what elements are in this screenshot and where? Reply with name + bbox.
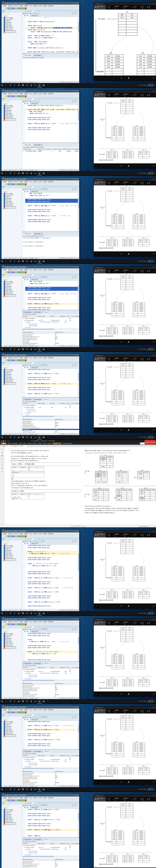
menu-실행[interactable]: 실행(R)	[24, 709, 29, 711]
run-toolbar-icon[interactable]: ▶	[23, 188, 24, 190]
run-toolbar-icon[interactable]: ◉	[30, 628, 31, 630]
plan-row[interactable]: ⊟▪INDEXIDX_EMPIDX_EMONORANGE SCAN12361	[22, 321, 79, 323]
toolbar-icon[interactable]: ↷	[15, 359, 17, 361]
menu-편집[interactable]: 편집(E)	[8, 5, 12, 7]
connection-combo[interactable]: 🛢로컬-sqlDB▾	[69, 364, 79, 366]
plan-hscrollbar[interactable]	[22, 329, 79, 330]
ime-mode[interactable]: A	[146, 85, 146, 86]
run-toolbar-icon[interactable]: 🖉	[36, 804, 37, 806]
see-all-photos-button[interactable]: ▦모든 사진 보기	[94, 93, 106, 97]
close-icon[interactable]: ✕	[77, 619, 78, 620]
worksheet-doc-tab[interactable]: ▦로컬-sqlDB-1×	[22, 362, 34, 364]
previous-photo-icon[interactable]: ←	[113, 341, 114, 343]
toolbar-icon[interactable]: ◉	[17, 711, 19, 713]
photos-button-1[interactable]: ⌕확대/축소	[112, 93, 121, 97]
results-tab-0[interactable]: 스크립트 출력×	[23, 311, 33, 313]
results-tab-0[interactable]: 스크립트 출력×	[23, 838, 33, 841]
tray-expand-icon[interactable]: ∧	[138, 173, 139, 174]
toolbar-icon[interactable]: ▣	[8, 711, 9, 713]
menu-도움말[interactable]: 도움말(H)	[48, 181, 53, 182]
close-icon[interactable]: ✕	[154, 355, 155, 356]
maximize-icon[interactable]: ☐	[75, 354, 76, 356]
photos-button-3[interactable]: ✎그리기	[131, 533, 139, 537]
tree-item-로컬-model[interactable]: ⊞로컬-Model	[2, 197, 22, 199]
network-icon[interactable]: ⎚	[142, 85, 143, 86]
toolbar-icon[interactable]: ◉	[17, 271, 19, 273]
close-icon[interactable]: ×	[41, 839, 42, 840]
menu-실행[interactable]: 실행(R)	[24, 797, 29, 799]
toolbar-icon[interactable]: ▣	[8, 799, 9, 801]
close-icon[interactable]: ×	[31, 751, 32, 752]
photos-titlebar[interactable]: 9-11.png - 사진 ─☐✕	[94, 707, 156, 709]
taskbar-clock[interactable]: 오후 2:482017-12-15	[147, 84, 153, 87]
connection-combo[interactable]: 🛢로컬-sqlDB▾	[69, 188, 79, 190]
tree-item-로컬-model[interactable]: ⊞로컬-Model	[2, 22, 22, 24]
menu-편집[interactable]: 편집(E)	[8, 797, 12, 799]
pin-icon[interactable]: 📌	[23, 236, 25, 237]
photos-button-3[interactable]: ✎그리기	[131, 181, 139, 185]
connection-combo[interactable]: 🛢로컬-sqlDB▾	[69, 276, 79, 278]
taskbar-icon-app-green[interactable]: ▣	[29, 171, 33, 175]
tree-item-접속[interactable]: ▾⌹접속	[2, 807, 22, 809]
taskbar-icon-edge[interactable]: e	[12, 611, 16, 615]
tree-item-데이터베이스-스키마[interactable]: ⊞데이터베이스 스키마	[2, 824, 22, 825]
menu-도구[interactable]: 도구(T)	[38, 797, 42, 799]
photos-button-0[interactable]: ⤤공유	[106, 533, 112, 537]
run-toolbar-icon[interactable]: ⌫	[33, 188, 35, 190]
taskbar-icon-sqldev[interactable]: ▶	[37, 171, 42, 175]
close-icon[interactable]: ×	[31, 233, 32, 235]
plan-row[interactable]: ⊟▪TABLE ACCESSEMP_IDXBY INDEX ROWID20500	[22, 758, 79, 761]
menu-창[interactable]: 창(W)	[43, 181, 47, 182]
sqldev-titlebar[interactable]: Oracle SQL Developer : 로컬-sqlDB-1 ─☐✕	[2, 706, 79, 709]
tree-item-oracle-nosql-접속[interactable]: ⊞Oracle NoSQL 접속	[2, 646, 22, 648]
subtab-0[interactable]: 워크시트	[23, 718, 30, 721]
close-icon[interactable]: ✕	[154, 707, 155, 709]
close-icon[interactable]: ×	[31, 399, 32, 400]
doc-tab-1[interactable]: 이것이오라클이다_1자편집...×	[7, 445, 27, 447]
run-toolbar-icon[interactable]: ▼	[26, 100, 28, 102]
toolbar-icon[interactable]: ▤	[5, 359, 7, 361]
ime-mode[interactable]: A	[146, 349, 146, 350]
compare-icon[interactable]: ▭	[120, 429, 122, 431]
subtab-1[interactable]: 질의 작성기	[30, 190, 39, 192]
photos-button-2[interactable]: ▻슬라이드 쇼	[121, 357, 131, 362]
ime-mode[interactable]: A	[146, 789, 146, 790]
plan-hscrollbar[interactable]	[22, 415, 79, 417]
more-icon[interactable]: …	[153, 269, 156, 273]
toolbar-icon[interactable]: ▤	[5, 623, 7, 625]
tree-item-로컬-tabledb[interactable]: ⊞로컬-tableDB	[2, 732, 22, 734]
print-icon[interactable]: 🖶	[25, 236, 26, 237]
menu-팀[interactable]: 팀(M)	[34, 5, 37, 7]
menu-도움말[interactable]: 도움말(H)	[48, 621, 53, 623]
tree-item-로컬-model[interactable]: ⊞로컬-Model	[2, 374, 22, 375]
see-all-photos-button[interactable]: ▦모든 사진 보기	[94, 5, 106, 9]
notification-icon[interactable]: ▭	[154, 613, 155, 614]
ime-korean[interactable]: 한	[143, 701, 145, 702]
tree-item-로컬-model[interactable]: ⊞로컬-Model	[2, 814, 22, 815]
taskbar-icon-start[interactable]: ⊞	[0, 787, 4, 792]
photos-button-4[interactable]: ✏편집	[139, 533, 146, 537]
previous-photo-icon[interactable]: ←	[113, 77, 114, 79]
results-tab-1[interactable]: ▶ 질의 결과×	[33, 54, 43, 56]
minimize-icon[interactable]: ─	[150, 795, 151, 797]
tree-item-로컬-system[interactable]: ⊞로컬-SYSTEM	[2, 555, 22, 556]
taskbar-icon-start[interactable]: ⊞	[0, 347, 4, 351]
plan-row[interactable]: └▪Other XML	[22, 854, 79, 856]
photos-button-2[interactable]: ▻슬라이드 쇼	[121, 797, 131, 802]
close-icon[interactable]: ✕	[154, 795, 155, 797]
run-toolbar-icon[interactable]: ◉	[30, 188, 31, 190]
menu-이동[interactable]: 이동(N)	[19, 533, 23, 534]
taskbar-icon-sqldev[interactable]: ▶	[37, 347, 42, 351]
toolbar-icon[interactable]: ▣	[10, 271, 12, 273]
tree-item-linux-system[interactable]: ⊞Linux-System	[2, 633, 22, 634]
stats-filter-row[interactable]: ▼	[22, 330, 79, 332]
results-tab-1[interactable]: ▶ 질의 결과×	[33, 398, 43, 401]
taskbar-icon-photos[interactable]: ▩	[42, 787, 46, 792]
menu-도구[interactable]: 도구(T)	[38, 357, 42, 359]
worksheet-doc-tab[interactable]: ▦로컬-sqlDB-1×	[22, 186, 34, 188]
photos-button-4[interactable]: ✏편집	[139, 5, 146, 9]
run-toolbar-icon[interactable]: ⌫	[33, 12, 35, 14]
run-toolbar-icon[interactable]: ◉	[30, 716, 31, 718]
tree-item-linux-yourdb[interactable]: ⊞Linux-yourDB	[2, 370, 22, 372]
taskbar-icon-task-view[interactable]: ❐	[8, 435, 12, 439]
